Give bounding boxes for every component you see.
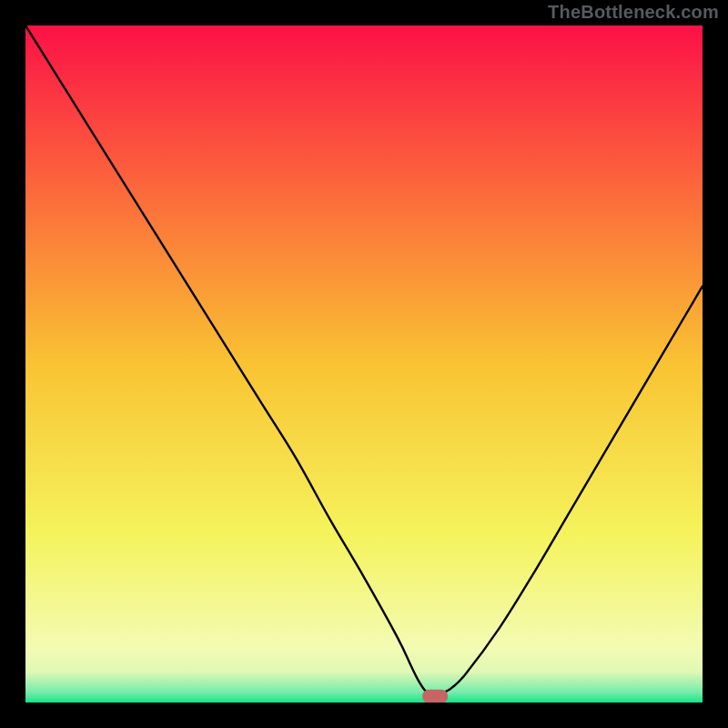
chart-frame: TheBottleneck.com [0, 0, 728, 728]
optimal-marker [422, 690, 448, 703]
attribution-label: TheBottleneck.com [548, 2, 719, 23]
bottleneck-chart [25, 25, 703, 703]
gradient-background [25, 25, 703, 703]
plot-area [25, 25, 703, 703]
